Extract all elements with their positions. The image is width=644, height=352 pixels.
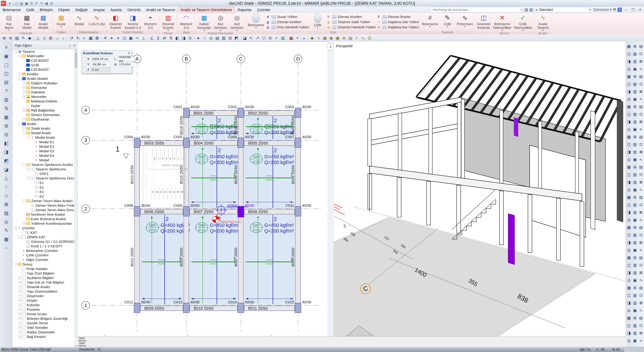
tree-item[interactable]: ∿Yaylar	[12, 104, 74, 108]
ribbon-button-analiz[interactable]: ▦AnalizModeli	[36, 14, 51, 30]
tool-icon[interactable]: ◨	[626, 329, 632, 337]
menu-tab--izimler[interactable]: Çizimler	[254, 7, 273, 13]
collapse-panel-button[interactable]: ∧	[328, 44, 334, 50]
ribbon-button-as1[interactable]: ◎As1Görünen▼	[213, 14, 228, 32]
tool-icon[interactable]: ≡	[115, 35, 121, 41]
tool-icon[interactable]: ▨	[280, 35, 286, 41]
command-console[interactable]: *İptal*Komut :*İptal*Komut :	[77, 336, 627, 347]
tool-icon[interactable]: ?	[2, 86, 11, 95]
tree-item[interactable]: +Sürekli Temel	[12, 321, 74, 325]
tree-expand-toggle[interactable]: +	[18, 281, 21, 284]
tool-icon[interactable]: ◆	[26, 35, 33, 41]
tool-icon[interactable]: ⊙	[187, 35, 193, 41]
pin-icon[interactable]: ⊥	[68, 44, 71, 47]
tool-icon[interactable]: ⊠	[94, 35, 100, 41]
column-C006[interactable]	[238, 138, 244, 148]
tree-expand-toggle[interactable]: +	[23, 82, 26, 85]
tree-item[interactable]: -Analiz Modeli	[12, 76, 74, 81]
tool-icon[interactable]: ▥	[632, 329, 638, 337]
beam-B014[interactable]	[184, 216, 189, 303]
tree-item[interactable]: +Perdeler	[12, 307, 74, 312]
tool-icon[interactable]: ○	[202, 35, 208, 41]
column-C008[interactable]	[134, 206, 140, 216]
3d-selected-member-lower[interactable]	[508, 214, 514, 265]
tool-icon[interactable]: ⊞	[632, 42, 638, 50]
tool-icon[interactable]: ▣	[632, 96, 638, 103]
tool-icon[interactable]: ∿	[638, 246, 644, 254]
tree-expand-toggle[interactable]: -	[18, 77, 21, 80]
tool-icon[interactable]: ▦	[626, 133, 632, 141]
tool-icon[interactable]: ◫	[626, 80, 632, 88]
ribbon-button-moment[interactable]: ◓Moment3-3	[142, 14, 158, 30]
tree-expand-toggle[interactable]: +	[18, 312, 21, 316]
tree-item[interactable]: +Açıklama Bilgileri	[12, 276, 74, 280]
tree-item[interactable]: -Zaman Tanım Alanı Analizi	[12, 198, 74, 203]
tool-icon[interactable]: ▨	[2, 208, 11, 217]
tree-item[interactable]: +Kirişler	[12, 298, 74, 303]
tree-item[interactable]: +Radye Döşemeler	[12, 330, 74, 334]
tool-icon[interactable]: ∥	[155, 35, 161, 41]
tool-icon[interactable]: ∿	[638, 216, 644, 224]
column-C015[interactable]	[295, 303, 301, 313]
beam-B018[interactable]	[238, 148, 243, 206]
tool-icon[interactable]: ◫	[121, 35, 128, 41]
tool-icon[interactable]: ▥	[2, 95, 11, 104]
ribbon-menu-item[interactable]: gEleman Kesitleri	[266, 20, 309, 24]
tool-icon[interactable]: ▥	[220, 35, 227, 41]
tool-icon[interactable]: ◎	[626, 96, 632, 103]
tree-item[interactable]: +Kabuklar	[12, 90, 74, 94]
tool-icon[interactable]: ◇	[2, 191, 11, 200]
x-lock-checkbox[interactable]	[83, 57, 86, 61]
tree-expand-toggle[interactable]: +	[18, 335, 21, 338]
tool-icon[interactable]: ⊡	[638, 292, 644, 299]
tree-item[interactable]: C20 B420C	[12, 67, 74, 72]
tool-icon[interactable]: ▣	[334, 35, 341, 41]
tree-item[interactable]: +Kolonlar	[12, 303, 74, 307]
tool-icon[interactable]: ◨	[626, 148, 632, 156]
tool-icon[interactable]: ◧	[2, 139, 11, 148]
tool-icon[interactable]: ◫	[626, 110, 632, 118]
tool-icon[interactable]: ▤	[638, 133, 644, 141]
tree-item[interactable]: ∿Ey	[12, 185, 74, 190]
tool-icon[interactable]: ⊡	[638, 231, 644, 239]
tool-icon[interactable]: ✓	[273, 35, 280, 41]
tool-icon[interactable]: ⊟	[227, 35, 233, 41]
tool-icon[interactable]: ▣	[632, 216, 638, 224]
menu-tab--elik[interactable]: Çelik	[24, 7, 37, 13]
tool-icon[interactable]: ▤	[638, 73, 644, 80]
tree-item[interactable]: Proje Hataları	[12, 266, 74, 271]
column-C014[interactable]	[238, 303, 244, 313]
tree-item[interactable]: S235	[12, 63, 74, 67]
ribbon-menu-item[interactable]: qDöşeme Hareketli Yükleri	[326, 25, 376, 29]
beam-B017[interactable]	[238, 216, 243, 303]
status-unit[interactable]: kgf / m	[578, 347, 593, 352]
tree-item[interactable]: ∿Ey'	[12, 194, 74, 198]
column-C004[interactable]	[134, 138, 140, 148]
tool-icon[interactable]: ◓	[294, 35, 301, 41]
tool-icon[interactable]: ▤	[214, 35, 220, 41]
ribbon-button--elik[interactable]: Çelik▼	[310, 14, 326, 29]
tool-icon[interactable]: ▣	[632, 156, 638, 163]
tool-icon[interactable]: ⊠	[638, 329, 644, 337]
tree-item[interactable]: +Birleşim Bölgesi Güvenliği	[12, 316, 74, 321]
tree-expand-toggle[interactable]: -	[27, 136, 30, 139]
tree-item[interactable]: -Sonuç	[12, 262, 74, 266]
tools-icon[interactable]: ⚒	[613, 8, 616, 12]
tree-item[interactable]: +Yapı Kat ve Yük Bilgileri	[12, 280, 74, 284]
tool-icon[interactable]: ◪	[2, 165, 11, 174]
tree-item[interactable]: -ZEMİN KAT	[12, 235, 74, 239]
tree-expand-toggle[interactable]: +	[18, 308, 21, 311]
tool-icon[interactable]: ◐	[81, 35, 88, 41]
tool-icon[interactable]: ▥	[632, 88, 638, 96]
tree-expand-toggle[interactable]: +	[23, 86, 26, 89]
tool-icon[interactable]: ◇	[41, 35, 48, 41]
tool-icon[interactable]: ◨	[626, 239, 632, 246]
tree-item[interactable]: +Tekil Temeller	[12, 325, 74, 330]
ribbon-button-peformans[interactable]: ∿Peformans▼	[456, 14, 474, 28]
tree-expand-toggle[interactable]: +	[23, 118, 26, 121]
tool-icon[interactable]: ⊟	[2, 130, 11, 139]
menu-tab-betonarme[interactable]: Betonarme	[0, 7, 24, 13]
tree-item[interactable]: -ΣModal Analiz	[12, 135, 74, 140]
column-C013[interactable]	[183, 303, 189, 313]
tool-icon[interactable]: ⊠	[638, 178, 644, 186]
